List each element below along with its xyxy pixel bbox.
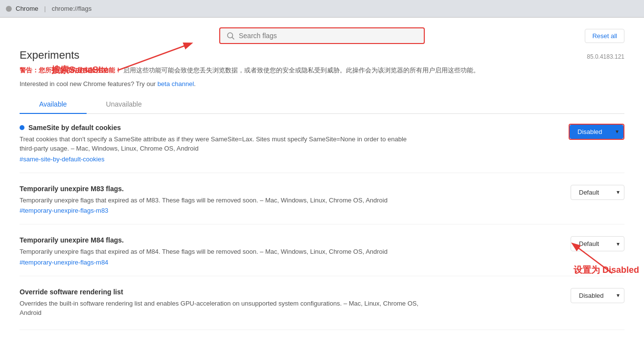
browser-url: chrome://flags: [52, 5, 92, 12]
flag-title-m84: Temporarily unexpire M84 flags.: [20, 236, 421, 244]
page-title: Experiments: [20, 49, 79, 62]
override-rendering-dropdown-wrapper: Disabled Default Enabled ▾: [571, 288, 624, 303]
flag-link-m84[interactable]: #temporary-unexpire-flags-m84: [20, 259, 108, 266]
search-input[interactable]: [239, 32, 418, 40]
flag-info-override-rendering: Override software rendering list Overrid…: [20, 288, 421, 320]
beta-notice: Interested in cool new Chrome features? …: [20, 80, 624, 88]
flag-link-samesite[interactable]: #same-site-by-default-cookies: [20, 155, 104, 163]
flag-control-samesite: Disabled Default Enabled ▾: [569, 124, 624, 140]
main-content: Experiments 85.0.4183.121 警告：您所要使用的是实验性功…: [0, 49, 644, 330]
warning-body: 启用这些功能可能会致使您丢失浏览数据，或者致使您的安全或隐私受到威胁。此操作会为…: [123, 66, 480, 74]
search-icon: [226, 31, 235, 40]
browser-title: Chrome: [16, 5, 38, 12]
m83-dropdown-wrapper: Default Disabled Enabled ▾: [571, 185, 624, 200]
browser-dot: [6, 6, 12, 12]
flag-title-samesite: SameSite by default cookies: [20, 124, 421, 132]
flag-info-m84: Temporarily unexpire M84 flags. Temporar…: [20, 236, 421, 266]
page-content: Reset all Experiments 85.0.4183.121 警告：您…: [0, 18, 644, 354]
flag-item-m84: Temporarily unexpire M84 flags. Temporar…: [20, 236, 624, 276]
flag-item-override-rendering: Override software rendering list Overrid…: [20, 288, 624, 330]
m84-dropdown-wrapper: Default Disabled Enabled ▾: [571, 236, 624, 251]
flag-item-samesite: SameSite by default cookies Treat cookie…: [20, 124, 624, 173]
flag-description-samesite: Treat cookies that don't specify a SameS…: [20, 134, 421, 154]
tab-unavailable[interactable]: Unavailable: [87, 95, 161, 114]
beta-channel-link[interactable]: beta channel: [158, 80, 194, 88]
flag-control-override-rendering: Disabled Default Enabled ▾: [571, 288, 624, 303]
flag-link-m83[interactable]: #temporary-unexpire-flags-m83: [20, 207, 108, 214]
beta-text-prefix: Interested in cool new Chrome features? …: [20, 80, 156, 88]
annotation-disabled-label: 设置为 Disabled: [574, 264, 639, 276]
search-area: Reset all: [0, 18, 644, 49]
tab-available[interactable]: Available: [20, 95, 87, 114]
samesite-dropdown[interactable]: Disabled Default Enabled: [570, 125, 623, 139]
version-number: 85.0.4183.121: [587, 53, 624, 60]
reset-all-button[interactable]: Reset all: [585, 29, 624, 43]
m84-dropdown[interactable]: Default Disabled Enabled: [571, 236, 624, 251]
flag-dot-samesite: [20, 125, 24, 130]
samesite-dropdown-wrapper: Disabled Default Enabled ▾: [569, 124, 624, 140]
flag-title-m83: Temporarily unexpire M83 flags.: [20, 185, 421, 193]
svg-line-1: [232, 37, 234, 39]
flag-description-m83: Temporarily unexpire flags that expired …: [20, 196, 421, 205]
flag-item-m83: Temporarily unexpire M83 flags. Temporar…: [20, 185, 624, 225]
flag-description-override-rendering: Overrides the built-in software renderin…: [20, 299, 421, 318]
search-box-container: [219, 27, 425, 44]
tabs-container: Available Unavailable: [20, 95, 624, 114]
flag-description-m84: Temporarily unexpire flags that expired …: [20, 247, 421, 257]
browser-bar: Chrome | chrome://flags: [0, 0, 644, 18]
experiments-header: Experiments 85.0.4183.121: [20, 49, 624, 62]
flag-title-override-rendering: Override software rendering list: [20, 288, 421, 296]
svg-point-0: [228, 33, 233, 38]
browser-separator: |: [44, 5, 46, 12]
override-rendering-dropdown[interactable]: Disabled Default Enabled: [571, 288, 624, 303]
warning-text: 警告：您所要使用的是实验性功能！ 启用这些功能可能会致使您丢失浏览数据，或者致使…: [20, 66, 624, 75]
flag-info-m83: Temporarily unexpire M83 flags. Temporar…: [20, 185, 421, 215]
m83-dropdown[interactable]: Default Disabled Enabled: [571, 185, 624, 200]
flag-info-samesite: SameSite by default cookies Treat cookie…: [20, 124, 421, 163]
beta-text-suffix: .: [194, 80, 196, 88]
flag-control-m83: Default Disabled Enabled ▾: [571, 185, 624, 200]
annotation-search-label: 搜索SameSite: [51, 64, 109, 76]
flag-control-m84: Default Disabled Enabled ▾: [571, 236, 624, 251]
